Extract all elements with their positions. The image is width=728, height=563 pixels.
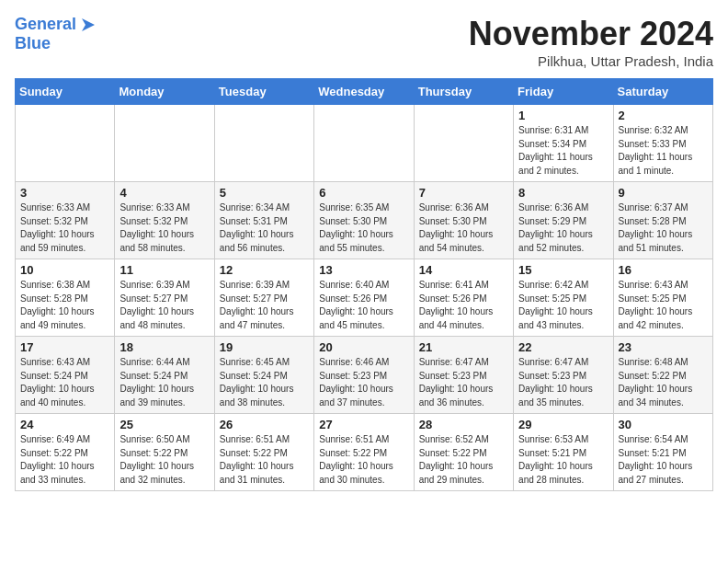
empty-cell bbox=[314, 105, 414, 182]
day-cell-25: 25Sunrise: 6:50 AM Sunset: 5:22 PM Dayli… bbox=[115, 414, 214, 491]
day-number-19: 19 bbox=[220, 340, 309, 354]
day-info-21: Sunrise: 6:47 AM Sunset: 5:23 PM Dayligh… bbox=[419, 356, 508, 409]
day-cell-26: 26Sunrise: 6:51 AM Sunset: 5:22 PM Dayli… bbox=[214, 414, 313, 491]
day-info-30: Sunrise: 6:54 AM Sunset: 5:21 PM Dayligh… bbox=[619, 433, 708, 487]
day-number-12: 12 bbox=[220, 263, 309, 277]
day-cell-18: 18Sunrise: 6:44 AM Sunset: 5:24 PM Dayli… bbox=[115, 337, 214, 414]
day-number-26: 26 bbox=[220, 418, 309, 431]
day-info-14: Sunrise: 6:41 AM Sunset: 5:26 PM Dayligh… bbox=[419, 279, 508, 332]
day-number-24: 24 bbox=[20, 418, 109, 431]
day-info-18: Sunrise: 6:44 AM Sunset: 5:24 PM Dayligh… bbox=[119, 356, 209, 409]
day-info-3: Sunrise: 6:33 AM Sunset: 5:32 PM Dayligh… bbox=[20, 201, 109, 255]
empty-cell bbox=[115, 105, 214, 182]
day-cell-1: 1Sunrise: 6:31 AM Sunset: 5:34 PM Daylig… bbox=[514, 105, 613, 182]
day-number-9: 9 bbox=[619, 186, 708, 200]
day-number-10: 10 bbox=[20, 263, 109, 277]
day-number-21: 21 bbox=[419, 340, 508, 354]
header-saturday: Saturday bbox=[613, 79, 712, 105]
day-cell-12: 12Sunrise: 6:39 AM Sunset: 5:27 PM Dayli… bbox=[214, 259, 313, 337]
day-number-30: 30 bbox=[619, 418, 708, 431]
day-info-20: Sunrise: 6:46 AM Sunset: 5:23 PM Dayligh… bbox=[319, 356, 408, 409]
day-number-16: 16 bbox=[619, 263, 708, 277]
day-number-17: 17 bbox=[20, 340, 109, 354]
header-row: General Blue November 2024 Pilkhua, Utta… bbox=[15, 15, 713, 69]
day-number-14: 14 bbox=[419, 263, 508, 277]
day-cell-11: 11Sunrise: 6:39 AM Sunset: 5:27 PM Dayli… bbox=[115, 259, 214, 337]
logo: General Blue bbox=[15, 15, 98, 53]
day-number-18: 18 bbox=[119, 340, 209, 354]
day-info-19: Sunrise: 6:45 AM Sunset: 5:24 PM Dayligh… bbox=[220, 356, 309, 409]
day-number-1: 1 bbox=[518, 109, 608, 122]
day-cell-4: 4Sunrise: 6:33 AM Sunset: 5:32 PM Daylig… bbox=[115, 182, 214, 259]
day-info-2: Sunrise: 6:32 AM Sunset: 5:33 PM Dayligh… bbox=[619, 124, 708, 178]
day-cell-7: 7Sunrise: 6:36 AM Sunset: 5:30 PM Daylig… bbox=[414, 182, 513, 259]
empty-cell bbox=[16, 105, 115, 182]
day-info-17: Sunrise: 6:43 AM Sunset: 5:24 PM Dayligh… bbox=[20, 356, 109, 409]
day-info-1: Sunrise: 6:31 AM Sunset: 5:34 PM Dayligh… bbox=[518, 124, 608, 178]
day-number-13: 13 bbox=[319, 263, 408, 277]
day-info-9: Sunrise: 6:37 AM Sunset: 5:28 PM Dayligh… bbox=[619, 201, 708, 255]
day-cell-10: 10Sunrise: 6:38 AM Sunset: 5:28 PM Dayli… bbox=[16, 259, 115, 337]
day-info-28: Sunrise: 6:52 AM Sunset: 5:22 PM Dayligh… bbox=[419, 433, 508, 487]
day-info-22: Sunrise: 6:47 AM Sunset: 5:23 PM Dayligh… bbox=[518, 356, 608, 409]
calendar: SundayMondayTuesdayWednesdayThursdayFrid… bbox=[15, 78, 713, 491]
day-cell-27: 27Sunrise: 6:51 AM Sunset: 5:22 PM Dayli… bbox=[314, 414, 414, 491]
day-cell-30: 30Sunrise: 6:54 AM Sunset: 5:21 PM Dayli… bbox=[613, 414, 712, 491]
day-number-7: 7 bbox=[419, 186, 508, 200]
day-number-15: 15 bbox=[518, 263, 608, 277]
week-row-1: 1Sunrise: 6:31 AM Sunset: 5:34 PM Daylig… bbox=[16, 105, 713, 182]
day-cell-14: 14Sunrise: 6:41 AM Sunset: 5:26 PM Dayli… bbox=[414, 259, 513, 337]
day-cell-3: 3Sunrise: 6:33 AM Sunset: 5:32 PM Daylig… bbox=[16, 182, 115, 259]
day-cell-23: 23Sunrise: 6:48 AM Sunset: 5:22 PM Dayli… bbox=[613, 337, 712, 414]
day-cell-29: 29Sunrise: 6:53 AM Sunset: 5:21 PM Dayli… bbox=[514, 414, 613, 491]
subtitle: Pilkhua, Uttar Pradesh, India bbox=[469, 53, 713, 69]
day-cell-21: 21Sunrise: 6:47 AM Sunset: 5:23 PM Dayli… bbox=[414, 337, 513, 414]
logo-general: General bbox=[15, 15, 76, 33]
header-sunday: Sunday bbox=[16, 79, 115, 105]
day-cell-6: 6Sunrise: 6:35 AM Sunset: 5:30 PM Daylig… bbox=[314, 182, 414, 259]
day-cell-13: 13Sunrise: 6:40 AM Sunset: 5:26 PM Dayli… bbox=[314, 259, 414, 337]
header-wednesday: Wednesday bbox=[314, 79, 414, 105]
logo-text: General Blue bbox=[15, 15, 98, 53]
day-number-11: 11 bbox=[119, 263, 209, 277]
day-number-27: 27 bbox=[319, 418, 408, 431]
day-number-23: 23 bbox=[619, 340, 708, 354]
day-info-6: Sunrise: 6:35 AM Sunset: 5:30 PM Dayligh… bbox=[319, 201, 408, 255]
day-cell-22: 22Sunrise: 6:47 AM Sunset: 5:23 PM Dayli… bbox=[514, 337, 613, 414]
day-info-4: Sunrise: 6:33 AM Sunset: 5:32 PM Dayligh… bbox=[119, 201, 209, 255]
empty-cell bbox=[414, 105, 513, 182]
header-row-days: SundayMondayTuesdayWednesdayThursdayFrid… bbox=[16, 79, 713, 105]
day-number-2: 2 bbox=[619, 109, 708, 122]
header-thursday: Thursday bbox=[414, 79, 513, 105]
day-cell-8: 8Sunrise: 6:36 AM Sunset: 5:29 PM Daylig… bbox=[514, 182, 613, 259]
header-friday: Friday bbox=[514, 79, 613, 105]
header-tuesday: Tuesday bbox=[214, 79, 313, 105]
day-info-24: Sunrise: 6:49 AM Sunset: 5:22 PM Dayligh… bbox=[20, 433, 109, 487]
day-cell-15: 15Sunrise: 6:42 AM Sunset: 5:25 PM Dayli… bbox=[514, 259, 613, 337]
day-info-8: Sunrise: 6:36 AM Sunset: 5:29 PM Dayligh… bbox=[518, 201, 608, 255]
day-cell-24: 24Sunrise: 6:49 AM Sunset: 5:22 PM Dayli… bbox=[16, 414, 115, 491]
week-row-5: 24Sunrise: 6:49 AM Sunset: 5:22 PM Dayli… bbox=[16, 414, 713, 491]
day-info-25: Sunrise: 6:50 AM Sunset: 5:22 PM Dayligh… bbox=[119, 433, 209, 487]
day-number-29: 29 bbox=[518, 418, 608, 431]
day-info-26: Sunrise: 6:51 AM Sunset: 5:22 PM Dayligh… bbox=[220, 433, 309, 487]
day-info-5: Sunrise: 6:34 AM Sunset: 5:31 PM Dayligh… bbox=[220, 201, 309, 255]
header-monday: Monday bbox=[115, 79, 214, 105]
day-number-8: 8 bbox=[518, 186, 608, 200]
day-info-11: Sunrise: 6:39 AM Sunset: 5:27 PM Dayligh… bbox=[119, 279, 209, 332]
day-info-12: Sunrise: 6:39 AM Sunset: 5:27 PM Dayligh… bbox=[220, 279, 309, 332]
day-cell-2: 2Sunrise: 6:32 AM Sunset: 5:33 PM Daylig… bbox=[613, 105, 712, 182]
day-cell-16: 16Sunrise: 6:43 AM Sunset: 5:25 PM Dayli… bbox=[613, 259, 712, 337]
day-info-23: Sunrise: 6:48 AM Sunset: 5:22 PM Dayligh… bbox=[619, 356, 708, 409]
svg-marker-0 bbox=[82, 18, 95, 31]
day-number-28: 28 bbox=[419, 418, 508, 431]
week-row-3: 10Sunrise: 6:38 AM Sunset: 5:28 PM Dayli… bbox=[16, 259, 713, 337]
month-title: November 2024 bbox=[469, 15, 713, 53]
day-info-7: Sunrise: 6:36 AM Sunset: 5:30 PM Dayligh… bbox=[419, 201, 508, 255]
day-number-4: 4 bbox=[119, 186, 209, 200]
day-cell-9: 9Sunrise: 6:37 AM Sunset: 5:28 PM Daylig… bbox=[613, 182, 712, 259]
logo-blue: Blue bbox=[15, 35, 98, 53]
logo-arrow-icon bbox=[78, 15, 98, 35]
day-info-29: Sunrise: 6:53 AM Sunset: 5:21 PM Dayligh… bbox=[518, 433, 608, 487]
day-info-10: Sunrise: 6:38 AM Sunset: 5:28 PM Dayligh… bbox=[20, 279, 109, 332]
